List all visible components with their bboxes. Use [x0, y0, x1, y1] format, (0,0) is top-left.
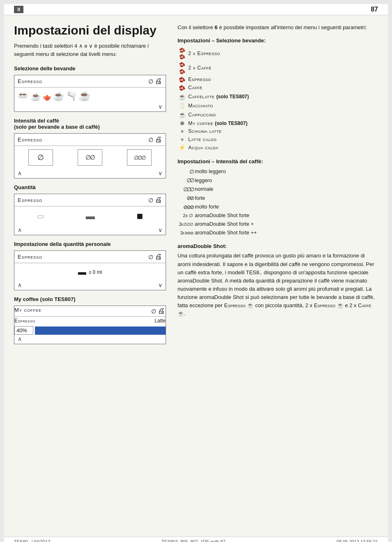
intensita-nav: ∧ ∨	[14, 169, 166, 178]
bevande-display-box: Espresso ∅ 🖨 ☕ ☕ ☕ 🫖 ☕ �	[14, 75, 166, 112]
quantita-up-btn[interactable]: ∧	[18, 227, 22, 233]
bev-icon-9: ≡	[178, 128, 187, 134]
coffee-bean-icon: ☕	[78, 90, 91, 102]
left-column: Impostazioni del display Premendo i tast…	[14, 23, 166, 533]
intensita-display-box: Espresso ∅ 🖨 ∅ ∅∅ ∅∅∅	[14, 133, 166, 178]
int-icon-7: 2x ∅∅∅	[178, 221, 193, 227]
intensita-list: ∅ molto leggero ∅∅ leggero ∅∅∅ normale ⊘…	[178, 168, 378, 237]
mycoffee-espresso-label: Espresso	[14, 318, 35, 324]
int-icon-3: ∅∅∅	[178, 185, 193, 194]
right-section1-title: Impostazioni – Selezione bevande:	[178, 37, 378, 44]
qty-large-icon: ■	[136, 210, 143, 222]
list-item: 2x ∅∅∅ aromaDouble Shot forte +	[178, 220, 378, 228]
intensity-icon5: ∅	[151, 308, 155, 315]
section4-title: Impostazione della quantità personale	[14, 241, 166, 247]
quantita-header-icons: ∅ 🖨	[148, 196, 162, 204]
bev-note-5: (solo TES807)	[216, 93, 249, 100]
mycoffee-percent-label: 40%	[14, 326, 33, 335]
int-icon-6: 2x ∅	[178, 212, 193, 219]
int-icon-8: 2x ⊘⊘⊘	[178, 230, 193, 236]
intensita-header-label: Espresso	[18, 137, 42, 143]
personale-header-label: Espresso	[18, 254, 42, 260]
personale-header-icons: ∅ 🖨	[148, 252, 162, 261]
page-title: Impostazioni del display	[14, 23, 166, 37]
list-item: ≡ Latte caldo	[178, 136, 378, 144]
personal-ml-label: ± 0 ml	[89, 269, 102, 275]
bottom-file: TES803_805_807_1DE.indb 87	[161, 539, 225, 542]
quantita-down-btn[interactable]: ∨	[158, 227, 162, 233]
bev-name-5: Caffèlatte	[188, 93, 214, 101]
aroma-title: aromaDouble Shot:	[178, 243, 378, 249]
coffee-pot-icon: 🫗	[66, 91, 77, 102]
bev-name-6: Macchiato	[188, 102, 213, 110]
quantita-header-label: Espresso	[18, 197, 42, 203]
main-content: Impostazioni del display Premendo i tast…	[4, 15, 388, 537]
bev-name-9: Schiuma latte	[188, 128, 221, 135]
list-item: ☕ Cappuccino	[178, 111, 378, 119]
cup-header-icon5: 🖨	[158, 307, 166, 315]
mycoffee-row2: Espresso Latte	[14, 317, 166, 325]
intensity-medium: ∅∅	[78, 149, 102, 166]
list-item: ∅∅ leggero	[178, 176, 378, 185]
list-item: ≡ Schiuma latte	[178, 128, 378, 135]
personale-down-btn[interactable]: ∨	[158, 282, 162, 288]
bev-note-8: (solo TES807)	[215, 120, 247, 127]
bev-name-7: Cappuccino	[188, 111, 216, 119]
bev-icon-7: ☕	[178, 111, 187, 119]
bevande-icons-row: ☕ ☕ ☕ 🫖 ☕ 🫗 ☕	[14, 88, 166, 102]
intensity-low: ∅	[28, 149, 53, 166]
list-item: 2x ⊘⊘⊘ aromaDouble Shot forte ++	[178, 229, 378, 237]
selector-number: 6	[214, 24, 217, 30]
bev-icon-5: ☕	[178, 93, 187, 101]
cup-header-icon: 🖨	[155, 77, 162, 86]
intensita-header: Espresso ∅ 🖨	[14, 134, 166, 146]
mycoffee-percent-row: 40%	[14, 326, 166, 335]
page: it 87 Impostazioni del display Premendo …	[4, 4, 388, 542]
quantita-nav: ∧ ∨	[14, 226, 166, 235]
personale-up-btn[interactable]: ∧	[18, 282, 22, 288]
int-icon-5: ⊘⊘⊘	[178, 203, 193, 211]
nav-down-btn[interactable]: ∨	[158, 103, 162, 110]
int-label-5: molto forte	[195, 203, 219, 211]
bev-icon-2: 🫘🫘	[178, 61, 187, 75]
intensita-up-btn[interactable]: ∧	[18, 170, 22, 176]
list-item: 🫘 Espresso	[178, 76, 378, 83]
list-item: 🫘 Caffè	[178, 84, 378, 92]
bev-name-10: Latte caldo	[188, 136, 217, 144]
intensity-high: ∅∅∅	[127, 149, 152, 166]
cup-header-icon3: 🖨	[155, 196, 162, 204]
list-item: ☕ Caffèlatte (solo TES807)	[178, 93, 378, 101]
intensity-icon: ∅	[148, 78, 152, 85]
section3-title: Quantità	[14, 184, 166, 190]
int-label-4: forte	[195, 195, 205, 202]
bev-icon-11: ⚡	[178, 144, 187, 151]
personal-row: ▬ ± 0 ml	[14, 263, 166, 281]
bev-name-8: My coffee	[188, 120, 213, 127]
bev-name-2: 2 x Caffè	[188, 65, 211, 72]
bev-name-3: Espresso	[188, 76, 211, 83]
bevande-header-icons: ∅ 🖨	[148, 77, 162, 86]
top-bar: it 87	[4, 4, 388, 15]
mycoffee-up-btn[interactable]: ∧	[18, 336, 22, 342]
mycoffee-percent-bar	[35, 327, 166, 335]
list-item: 2x ∅ aromaDouble Shot forte	[178, 212, 378, 220]
list-item: 🫘🫘 2 x Caffè	[178, 61, 378, 75]
list-item: 🥛 Macchiato	[178, 102, 378, 110]
section1-title: Selezione delle bevande	[14, 65, 166, 72]
right-intro: Con il selettore 6 è possibile impostare…	[178, 23, 378, 32]
intensita-down-btn[interactable]: ∨	[158, 170, 162, 176]
bottom-bar: TES80.. | 04/2013 TES803_805_807_1DE.ind…	[4, 537, 388, 542]
int-icon-4: ⊘⊘	[178, 194, 193, 202]
mycoffee-display-box: My coffee ∅ 🖨 Espresso Latte 40%	[14, 306, 166, 344]
int-label-6: aromaDouble Shot forte	[195, 212, 249, 220]
int-label-2: leggero	[195, 177, 212, 185]
quantita-header: Espresso ∅ 🖨	[14, 194, 166, 206]
qty-medium-icon: ▬	[86, 211, 95, 222]
single-espresso-icon: ☕	[31, 92, 41, 102]
bev-icon-6: 🥛	[178, 102, 187, 110]
int-label-3: normale	[195, 185, 213, 193]
cup-header-icon2: 🖨	[155, 135, 162, 144]
mycoffee-row1: My coffee ∅ 🖨	[14, 306, 166, 317]
bottom-model: TES80.. | 04/2013	[14, 539, 50, 542]
aroma-text: Una cottura prolungata del caffè provoca…	[178, 252, 378, 318]
